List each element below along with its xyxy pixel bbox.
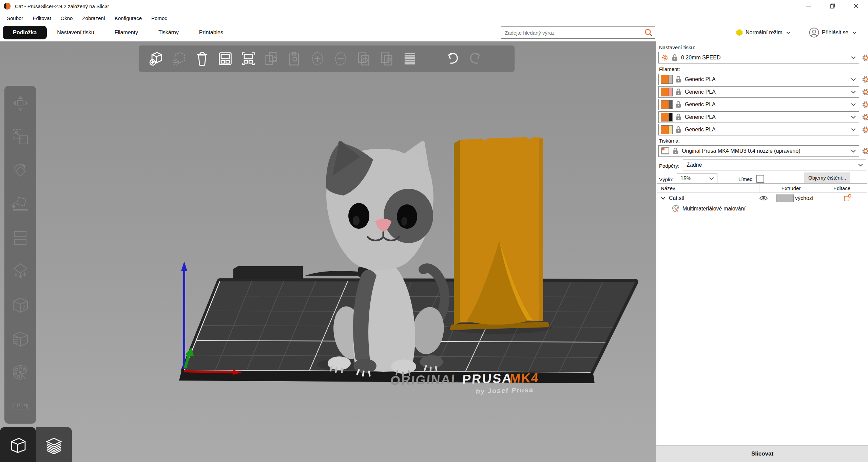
- search-input[interactable]: [501, 30, 644, 36]
- search-icon[interactable]: [644, 28, 653, 37]
- variable-layer-height-icon[interactable]: [400, 49, 420, 69]
- svg-text:ORIGINAL: ORIGINAL: [390, 372, 460, 388]
- filament-gear-button-2[interactable]: [861, 88, 868, 96]
- menu-okno[interactable]: Okno: [56, 13, 78, 23]
- login-control[interactable]: Přihlásit se: [809, 26, 858, 39]
- add-instance-icon[interactable]: [308, 49, 327, 69]
- filament-combo-3[interactable]: Generic PLA: [658, 99, 859, 110]
- delete-object-icon[interactable]: [169, 49, 189, 69]
- minimize-button[interactable]: [797, 0, 821, 12]
- rotate-icon[interactable]: [11, 161, 30, 180]
- close-button[interactable]: [844, 0, 868, 12]
- supports-label: Podpěry:: [659, 163, 679, 169]
- model-wipe-tower[interactable]: [450, 137, 549, 330]
- model-cat[interactable]: [326, 141, 447, 376]
- infill-combo[interactable]: 15%: [677, 173, 717, 184]
- object-subrow-mmu-painting[interactable]: Multimateriálové malování: [657, 203, 867, 214]
- chevron-down-icon: [850, 76, 857, 83]
- tab-printables[interactable]: Printables: [189, 26, 233, 39]
- filament-combo-5[interactable]: Generic PLA: [658, 124, 859, 135]
- printer-combo[interactable]: Original Prusa MK4 MMU3 0.4 nozzle (upra…: [658, 145, 859, 157]
- undo-icon[interactable]: [443, 49, 462, 69]
- filament-value: Generic PLA: [685, 101, 850, 108]
- filament-combo-2[interactable]: Generic PLA: [658, 86, 859, 98]
- mode-selector[interactable]: Normální režim: [736, 26, 792, 39]
- edit-object-icon[interactable]: [843, 194, 851, 202]
- purge-volumes-button[interactable]: Objemy čištění...: [804, 172, 850, 183]
- chevron-down-icon: [850, 126, 857, 133]
- split-to-parts-icon[interactable]: [377, 49, 397, 69]
- menu-editovat[interactable]: Editovat: [28, 13, 56, 23]
- print-settings-gear-button[interactable]: [861, 53, 868, 62]
- object-row-cat[interactable]: Cat.stl výchozí: [657, 193, 867, 203]
- redo-icon[interactable]: [466, 49, 485, 69]
- restore-button[interactable]: [821, 0, 844, 12]
- lock-icon: [675, 113, 681, 121]
- view-mode-bar: [0, 427, 72, 462]
- brim-label: Límec:: [738, 176, 754, 182]
- menu-zobrazeni[interactable]: Zobrazení: [77, 13, 110, 23]
- measure-icon[interactable]: [11, 396, 30, 416]
- paint-supports-icon[interactable]: [11, 262, 30, 281]
- filament-combo-1[interactable]: Generic PLA: [658, 74, 859, 85]
- remove-instance-icon[interactable]: [331, 49, 350, 69]
- filament-gear-button-5[interactable]: [861, 125, 868, 134]
- slice-button[interactable]: Slicovat: [656, 445, 868, 462]
- viewport-3d[interactable]: ORIGINAL PRUSA MK4 by Josef Prusa: [0, 41, 656, 462]
- prusaslicer-window: Cat - PrusaSlicer-2.9.2 založený na Slic…: [0, 0, 868, 462]
- mmu-painting-icon[interactable]: [11, 363, 30, 383]
- lock-icon: [675, 88, 681, 96]
- menu-konfigurace[interactable]: Konfigurace: [110, 13, 147, 23]
- eye-visible-icon[interactable]: [759, 195, 768, 201]
- scene-3d[interactable]: ORIGINAL PRUSA MK4 by Josef Prusa: [0, 41, 656, 462]
- supports-combo[interactable]: Žádné: [683, 160, 866, 170]
- lock-icon: [675, 76, 681, 83]
- seam-painting-icon[interactable]: [11, 295, 30, 315]
- expand-caret-icon[interactable]: [660, 195, 666, 201]
- arrange-bed-icon[interactable]: [238, 49, 258, 69]
- menu-pomoc[interactable]: Pomoc: [147, 13, 172, 23]
- fuzzy-skin-icon[interactable]: [11, 329, 30, 349]
- view-3d-editor-button[interactable]: [0, 427, 36, 462]
- tab-podlozka[interactable]: Podložka: [3, 26, 47, 39]
- add-object-icon[interactable]: [146, 49, 166, 69]
- brim-checkbox[interactable]: [756, 175, 764, 183]
- object-toolbar: [138, 45, 515, 72]
- filament-gear-button-4[interactable]: [861, 113, 868, 122]
- scale-icon[interactable]: [11, 127, 30, 147]
- filament-color-swatch: [661, 88, 673, 96]
- svg-text:MK4: MK4: [509, 371, 539, 386]
- tab-tiskarny[interactable]: Tiskárny: [148, 26, 189, 39]
- filament-value: Generic PLA: [685, 89, 850, 95]
- extruder-swatch[interactable]: [776, 195, 794, 202]
- paste-icon[interactable]: [285, 49, 304, 69]
- chevron-down-icon: [851, 29, 858, 36]
- infill-label: Výplň:: [659, 177, 673, 182]
- delete-all-icon[interactable]: [192, 49, 212, 69]
- filament-color-swatch: [661, 113, 673, 122]
- place-on-face-icon[interactable]: [11, 195, 30, 214]
- tab-nastaveni-tisku[interactable]: Nastavení tisku: [47, 26, 104, 39]
- printer-gear-button[interactable]: [861, 147, 868, 155]
- arrange-icon[interactable]: [215, 49, 235, 69]
- move-icon[interactable]: [11, 93, 30, 113]
- lock-icon: [672, 147, 678, 155]
- copy-icon[interactable]: [262, 49, 281, 69]
- print-settings-label: Nastavení tisku:: [659, 44, 695, 50]
- view-layers-preview-button[interactable]: [36, 427, 72, 462]
- filament-color-swatch: [661, 125, 673, 134]
- tab-filamenty[interactable]: Filamenty: [104, 26, 148, 39]
- menu-soubor[interactable]: Soubor: [2, 13, 28, 23]
- slice-button-label: Slicovat: [751, 450, 773, 457]
- col-nazev: Název: [657, 185, 759, 191]
- filament-value: Generic PLA: [685, 114, 850, 120]
- split-to-objects-icon[interactable]: [354, 49, 373, 69]
- filament-gear-button-1[interactable]: [861, 75, 868, 84]
- chevron-down-icon: [850, 148, 857, 154]
- cut-icon[interactable]: [11, 228, 30, 248]
- filament-color-swatch: [661, 100, 673, 109]
- filament-gear-button-3[interactable]: [861, 100, 868, 109]
- print-settings-combo[interactable]: 0.20mm SPEED: [658, 52, 859, 63]
- filament-combo-4[interactable]: Generic PLA: [658, 111, 859, 123]
- lock-icon: [675, 126, 681, 133]
